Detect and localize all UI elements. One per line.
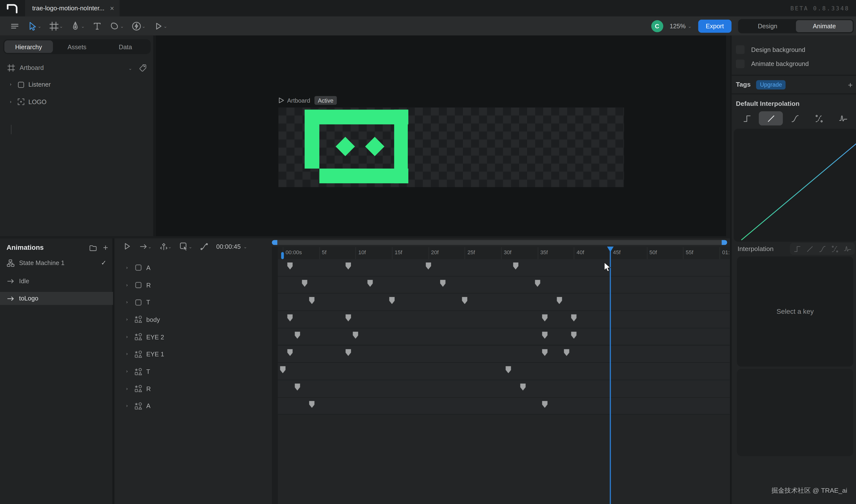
chevron-down-icon[interactable]: ⌄: [163, 24, 167, 29]
avatar[interactable]: C: [651, 20, 663, 32]
animation-item-tologo[interactable]: toLogo: [0, 292, 113, 305]
track-a[interactable]: ›A: [123, 259, 151, 276]
add-tag-button[interactable]: +: [848, 80, 853, 89]
timeline-ruler[interactable]: 00:00s5f10f15f20f25f30f35f40f45f50f55f01…: [278, 247, 730, 259]
animation-item-state-machine-1[interactable]: State Machine 1✓: [0, 256, 113, 269]
chevron-down-icon[interactable]: ⌄: [128, 66, 132, 71]
keyframe[interactable]: [542, 331, 547, 339]
keyframe[interactable]: [520, 383, 525, 391]
key-row[interactable]: [278, 380, 730, 397]
keyframe[interactable]: [295, 383, 300, 391]
transition-tool[interactable]: ⌄: [139, 242, 152, 251]
keyframe[interactable]: [346, 262, 351, 269]
play-button[interactable]: [122, 242, 132, 251]
interpolation-graph[interactable]: [734, 129, 856, 242]
interp-ease-button[interactable]: [783, 111, 807, 126]
range-start-handle[interactable]: [272, 240, 277, 245]
expand-chevron-icon[interactable]: ›: [123, 264, 130, 271]
playhead-line[interactable]: [610, 247, 610, 504]
play-tool-tool[interactable]: ⌄: [150, 19, 171, 33]
tab-hierarchy[interactable]: Hierarchy: [4, 40, 53, 53]
interp-hold-button[interactable]: [791, 244, 804, 254]
keyframe[interactable]: [280, 366, 285, 373]
rive-logo-icon[interactable]: [5, 2, 18, 14]
upgrade-badge[interactable]: Upgrade: [756, 80, 786, 89]
keyframe[interactable]: [302, 280, 307, 287]
keyframe[interactable]: [506, 366, 511, 373]
frame-tool-tool[interactable]: ⌄: [46, 19, 67, 33]
cursor-tool[interactable]: ⌄: [24, 19, 45, 33]
range-start-marker[interactable]: [281, 252, 284, 259]
keyframe[interactable]: [564, 349, 569, 356]
interp-ease-button[interactable]: [816, 244, 829, 254]
text-tool-tool[interactable]: [89, 19, 106, 33]
keyframe[interactable]: [353, 331, 358, 339]
expand-chevron-icon[interactable]: ›: [123, 385, 130, 393]
interp-spring-button[interactable]: [831, 111, 855, 126]
range-end-handle[interactable]: [722, 240, 727, 245]
logo-bottom-bar[interactable]: [319, 168, 408, 183]
interp-bezier-button[interactable]: [807, 111, 831, 126]
interp-hold-button[interactable]: [735, 111, 759, 126]
interp-linear-button[interactable]: [759, 111, 783, 126]
chevron-down-icon[interactable]: ⌄: [120, 24, 124, 29]
keyframe[interactable]: [287, 349, 293, 356]
chevron-down-icon[interactable]: ⌄: [142, 24, 145, 29]
checkbox[interactable]: [736, 59, 745, 68]
tab-data[interactable]: Data: [101, 40, 150, 53]
track-eye-2[interactable]: ›EYE 2: [123, 328, 164, 345]
key-row[interactable]: [278, 311, 730, 328]
key-row[interactable]: [278, 328, 730, 345]
shape-tool-tool[interactable]: ⌄: [107, 19, 127, 33]
tab-design[interactable]: Design: [739, 20, 796, 32]
keyframe[interactable]: [462, 297, 467, 304]
interp-linear-button[interactable]: [804, 244, 816, 254]
bolt-tool-tool[interactable]: ⌄: [128, 19, 149, 33]
canvas-viewport[interactable]: Artboard Active: [156, 35, 726, 236]
tab-assets[interactable]: Assets: [53, 40, 101, 53]
close-tab-icon[interactable]: ×: [110, 4, 114, 12]
hierarchy-item-artboard[interactable]: Artboard ⌄: [0, 61, 154, 74]
keyframe[interactable]: [287, 314, 293, 321]
animation-item-idle[interactable]: Idle: [0, 274, 113, 287]
keyframe-tool[interactable]: ⌄: [159, 242, 172, 251]
chevron-down-icon[interactable]: ⌄: [38, 24, 41, 29]
expand-chevron-icon[interactable]: ›: [123, 351, 130, 358]
keyframe[interactable]: [557, 297, 562, 304]
key-row[interactable]: [278, 259, 730, 276]
keyframe[interactable]: [287, 262, 293, 269]
folder-icon[interactable]: [89, 244, 97, 252]
expand-chevron-icon[interactable]: ›: [7, 98, 14, 105]
expand-chevron-icon[interactable]: ›: [7, 81, 14, 88]
current-time[interactable]: 00:00:45 ⌄: [216, 243, 247, 250]
keyframe[interactable]: [571, 331, 576, 339]
keyframe[interactable]: [571, 314, 576, 321]
keyframe[interactable]: [367, 280, 373, 287]
logo-left-bar[interactable]: [304, 109, 319, 169]
document-tab[interactable]: trae-logo-motion-noInter... ×: [25, 0, 120, 17]
interp-spring-button[interactable]: [841, 244, 854, 254]
track-r[interactable]: ›R: [123, 276, 151, 293]
artboard-play-icon[interactable]: [279, 97, 284, 104]
expand-chevron-icon[interactable]: ›: [123, 282, 130, 289]
track-r[interactable]: ›R: [123, 380, 151, 397]
timeline-scrollbar[interactable]: [272, 240, 727, 245]
keyframe[interactable]: [513, 262, 518, 269]
keyframe[interactable]: [346, 349, 351, 356]
track-a[interactable]: ›A: [123, 397, 151, 415]
expand-chevron-icon[interactable]: ›: [123, 299, 130, 306]
key-row[interactable]: [278, 397, 730, 415]
key-row[interactable]: [278, 276, 730, 293]
track-body[interactable]: ›body: [123, 311, 160, 328]
track-eye-1[interactable]: ›EYE 1: [123, 345, 164, 363]
keyframe[interactable]: [542, 349, 547, 356]
keyframe[interactable]: [425, 262, 431, 269]
chevron-down-icon[interactable]: ⌄: [81, 24, 85, 29]
menu-tool[interactable]: [7, 19, 23, 33]
checkbox[interactable]: [736, 45, 745, 54]
artboard-name[interactable]: Artboard: [287, 97, 310, 104]
chevron-down-icon[interactable]: ⌄: [59, 24, 63, 29]
hierarchy-item-listener[interactable]: ›Listener: [0, 78, 154, 91]
key-row[interactable]: [278, 294, 730, 311]
add-animation-button[interactable]: +: [103, 242, 108, 252]
